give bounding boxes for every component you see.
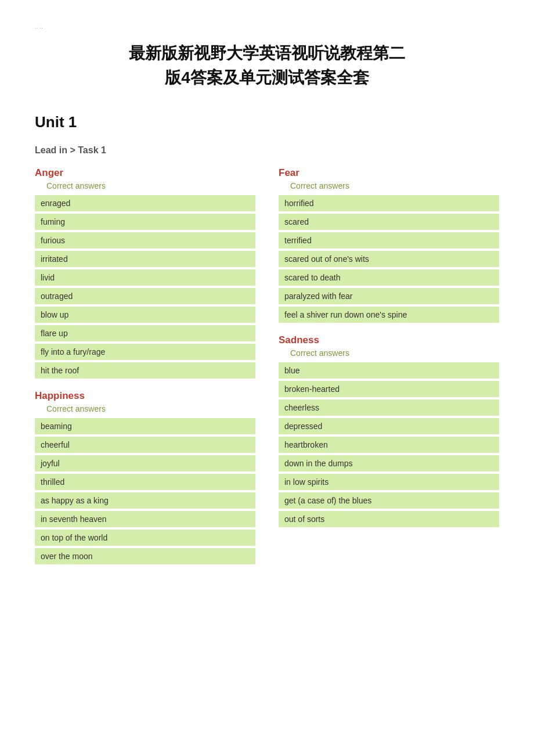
list-item: horrified	[279, 195, 499, 211]
page-title-line1: 最新版新视野大学英语视听说教程第二	[35, 41, 499, 66]
list-item: furious	[35, 232, 255, 249]
right-column: Fear Correct answers horrified scared te…	[279, 167, 499, 576]
section-header: Lead in > Task 1	[35, 145, 499, 156]
fear-title: Fear	[279, 167, 499, 179]
list-item: irritated	[35, 251, 255, 267]
page-title: 最新版新视野大学英语视听说教程第二 版4答案及单元测试答案全套	[35, 41, 499, 90]
list-item: livid	[35, 269, 255, 286]
list-item: feel a shiver run down one's spine	[279, 307, 499, 323]
page-header: 最新版新视野大学英语视听说教程第二 版4答案及单元测试答案全套	[35, 41, 499, 90]
fear-block: Fear Correct answers horrified scared te…	[279, 167, 499, 323]
sadness-block: Sadness Correct answers blue broken-hear…	[279, 334, 499, 527]
list-item: get (a case of) the blues	[279, 492, 499, 509]
list-item: fuming	[35, 214, 255, 230]
happiness-block: Happiness Correct answers beaming cheerf…	[35, 390, 255, 564]
list-item: fly into a fury/rage	[35, 344, 255, 360]
list-item: cheerless	[279, 399, 499, 416]
list-item: as happy as a king	[35, 492, 255, 509]
list-item: on top of the world	[35, 530, 255, 546]
list-item: scared	[279, 214, 499, 230]
anger-title: Anger	[35, 167, 255, 179]
list-item: scared to death	[279, 269, 499, 286]
fear-correct-label: Correct answers	[290, 181, 499, 190]
list-item: out of sorts	[279, 511, 499, 527]
list-item: enraged	[35, 195, 255, 211]
sadness-title: Sadness	[279, 334, 499, 346]
unit-title: Unit 1	[35, 113, 499, 131]
list-item: hit the roof	[35, 362, 255, 379]
sadness-correct-label: Correct answers	[290, 348, 499, 358]
list-item: depressed	[279, 418, 499, 434]
list-item: broken-hearted	[279, 381, 499, 397]
list-item: thrilled	[35, 474, 255, 490]
list-item: joyful	[35, 455, 255, 471]
list-item: down in the dumps	[279, 455, 499, 471]
list-item: scared out of one's wits	[279, 251, 499, 267]
list-item: paralyzed with fear	[279, 288, 499, 304]
happiness-correct-label: Correct answers	[46, 404, 255, 413]
anger-correct-label: Correct answers	[46, 181, 255, 190]
list-item: over the moon	[35, 548, 255, 564]
main-content: Anger Correct answers enraged fuming fur…	[35, 167, 499, 576]
list-item: blow up	[35, 307, 255, 323]
list-item: outraged	[35, 288, 255, 304]
list-item: beaming	[35, 418, 255, 434]
decorative-dots: .. ..	[35, 23, 499, 30]
list-item: in seventh heaven	[35, 511, 255, 527]
list-item: terrified	[279, 232, 499, 249]
list-item: blue	[279, 362, 499, 379]
page-title-line2: 版4答案及单元测试答案全套	[35, 66, 499, 90]
list-item: flare up	[35, 325, 255, 341]
happiness-title: Happiness	[35, 390, 255, 402]
list-item: heartbroken	[279, 437, 499, 453]
list-item: cheerful	[35, 437, 255, 453]
left-column: Anger Correct answers enraged fuming fur…	[35, 167, 255, 576]
list-item: in low spirits	[279, 474, 499, 490]
anger-block: Anger Correct answers enraged fuming fur…	[35, 167, 255, 379]
